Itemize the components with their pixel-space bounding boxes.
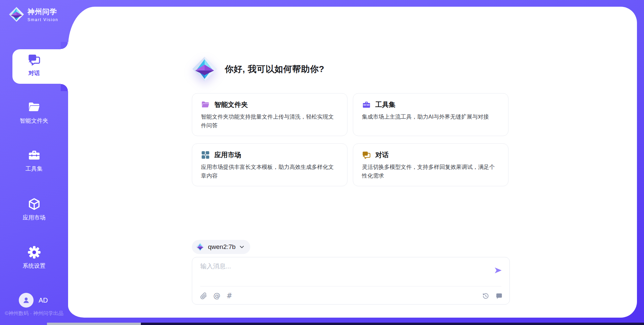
model-name: qwen2:7b [208, 243, 235, 251]
greeting: 你好, 我可以如何帮助你? [192, 56, 324, 82]
feature-card-smart-folder[interactable]: 智能文件夹 智能文件夹功能支持批量文件上传与清洗，轻松实现文件问答 [192, 93, 347, 136]
sidebar-item-app-market[interactable]: 应用市场 [0, 197, 68, 221]
tab-fillet-top [61, 42, 68, 49]
model-selector[interactable]: qwen2:7b [192, 240, 250, 254]
gear-icon [28, 246, 41, 259]
brand-subtitle: Smart Vision [28, 17, 58, 22]
sidebar-item-label: 智能文件夹 [20, 117, 48, 125]
message-input[interactable] [200, 262, 482, 283]
chevron-down-icon [239, 244, 245, 250]
feature-card-app-market[interactable]: 应用市场 应用市场提供丰富长文本模板，助力高效生成多样化文章内容 [192, 143, 347, 186]
paperclip-icon [200, 292, 207, 300]
greeting-title: 你好, 我可以如何帮助你? [225, 63, 324, 75]
feature-card-toolset[interactable]: 工具集 集成市场上主流工具，助力AI与外界无缝扩展与对接 [353, 93, 508, 136]
sidebar: 神州问学 Smart Vision 对话 [0, 0, 68, 325]
message-composer: @ # [192, 257, 510, 305]
attach-button[interactable] [200, 292, 207, 300]
composer-toolbar: @ # [200, 290, 503, 302]
assistant-logo-icon [192, 56, 217, 82]
send-icon [493, 266, 503, 275]
hash-icon: # [226, 292, 232, 300]
at-icon: @ [213, 292, 220, 300]
card-title: 工具集 [375, 100, 395, 109]
main-panel: 你好, 我可以如何帮助你? 智能文件夹 智能文件夹功能支持批量文件上传与清洗，轻… [68, 7, 637, 318]
chat-icon [28, 53, 41, 66]
history-icon [482, 292, 489, 300]
chat-icon [362, 150, 371, 159]
sidebar-item-label: 应用市场 [23, 214, 46, 221]
send-button[interactable] [493, 265, 503, 276]
card-description: 应用市场提供丰富长文本模板，助力高效生成多样化文章内容 [201, 162, 338, 180]
user-name: AD [39, 297, 48, 304]
card-title: 对话 [375, 150, 389, 159]
tab-fillet-bottom [61, 84, 68, 91]
user-profile[interactable]: AD [19, 293, 48, 308]
sidebar-item-settings[interactable]: 系统设置 [0, 246, 68, 270]
card-title: 应用市场 [214, 150, 241, 159]
grid-icon [201, 150, 210, 159]
folder-icon [28, 101, 41, 114]
topic-button[interactable]: # [226, 292, 232, 300]
toolbox-icon [28, 148, 41, 162]
toolbox-icon [362, 100, 371, 109]
sidebar-item-label: 工具集 [25, 165, 43, 173]
cube-icon [28, 197, 41, 211]
model-logo-icon [196, 243, 205, 251]
sidebar-item-label: 系统设置 [23, 262, 46, 270]
avatar [19, 293, 34, 308]
chat-bubble-icon [495, 292, 503, 300]
brand: 神州问学 Smart Vision [9, 7, 58, 22]
copyright: ©神州数码 · 神州问学出品 [0, 310, 68, 317]
person-icon [22, 296, 31, 305]
mention-button[interactable]: @ [213, 292, 220, 300]
card-title: 智能文件夹 [214, 100, 248, 109]
app-screen: 神州问学 Smart Vision 对话 [0, 0, 644, 325]
screen-bottom-edge-dark [141, 323, 644, 325]
card-description: 集成市场上主流工具，助力AI与外界无缝扩展与对接 [362, 112, 499, 121]
sidebar-item-toolset[interactable]: 工具集 [0, 148, 68, 173]
brand-logo-icon [9, 7, 24, 22]
conversations-button[interactable] [495, 292, 503, 300]
composer-divider [200, 286, 501, 286]
feature-cards: 智能文件夹 智能文件夹功能支持批量文件上传与清洗，轻松实现文件问答 [192, 93, 508, 186]
history-button[interactable] [482, 292, 489, 300]
brand-name: 神州问学 [28, 7, 58, 16]
sidebar-item-smart-folder[interactable]: 智能文件夹 [0, 101, 68, 125]
sidebar-item-label: 对话 [29, 69, 40, 77]
folder-icon [201, 100, 210, 109]
screen-bottom-edge-light [47, 323, 141, 325]
card-description: 智能文件夹功能支持批量文件上传与清洗，轻松实现文件问答 [201, 112, 338, 130]
feature-card-chat[interactable]: 对话 灵活切换多模型文件，支持多样回复效果调试，满足个性化需求 [353, 143, 508, 186]
sidebar-item-chat[interactable]: 对话 [0, 53, 68, 77]
card-description: 灵活切换多模型文件，支持多样回复效果调试，满足个性化需求 [362, 162, 499, 180]
